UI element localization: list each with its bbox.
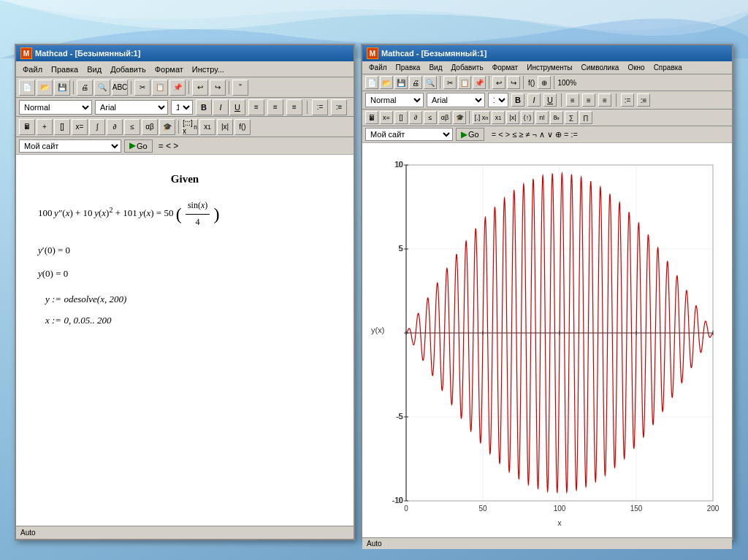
hat-btn-r[interactable]: 🎓 bbox=[453, 111, 466, 124]
tb-redo[interactable]: ↪ bbox=[210, 80, 226, 96]
font-select-left[interactable]: Arial bbox=[95, 100, 168, 115]
xeq-btn[interactable]: x= bbox=[72, 119, 88, 135]
menu-window-right[interactable]: Окно bbox=[624, 63, 648, 72]
bold-btn-right[interactable]: B bbox=[511, 93, 524, 107]
menu-tools-right[interactable]: Инструменты bbox=[523, 63, 576, 72]
tb-insert[interactable]: " bbox=[232, 80, 248, 96]
tb-cut[interactable]: ✂ bbox=[134, 80, 150, 96]
tb-redo-r[interactable]: ↪ bbox=[507, 76, 520, 89]
tb-copy[interactable]: 📋 bbox=[152, 80, 168, 96]
tb-open[interactable]: 📂 bbox=[37, 80, 53, 96]
tb-cut-r[interactable]: ✂ bbox=[443, 76, 457, 89]
align-right-btn[interactable]: ≡ bbox=[286, 99, 302, 115]
site-select-left[interactable]: Мой сайт bbox=[19, 139, 121, 153]
extra2-r[interactable]: 8₉ bbox=[550, 111, 563, 124]
size-select-right[interactable]: 10 bbox=[488, 93, 508, 107]
extra4-r[interactable]: ∏ bbox=[579, 111, 592, 124]
tb-preview-r[interactable]: 🔍 bbox=[424, 76, 437, 89]
align-c-r[interactable]: ≡ bbox=[582, 93, 595, 107]
align-l-r[interactable]: ≡ bbox=[566, 93, 579, 107]
calc-btn-r[interactable]: 🖩 bbox=[365, 111, 378, 124]
sep1 bbox=[73, 81, 74, 94]
deriv-btn-r[interactable]: ∂ bbox=[409, 111, 422, 124]
tb-new-r[interactable]: 📄 bbox=[365, 76, 378, 89]
alpha-btn[interactable]: αβ bbox=[142, 119, 158, 135]
matrix-btn-r[interactable]: [] bbox=[394, 111, 408, 124]
extra1-r[interactable]: n! bbox=[535, 111, 549, 124]
site-select-right[interactable]: Мой сайт bbox=[365, 128, 453, 141]
integral-btn[interactable]: ∫ bbox=[89, 119, 105, 135]
tb-preview[interactable]: 🔍 bbox=[94, 80, 110, 96]
size-select-left[interactable]: 10 bbox=[171, 100, 193, 115]
menu-view-left[interactable]: Вид bbox=[83, 64, 105, 74]
subscript-btn[interactable]: [:::] xn bbox=[182, 119, 198, 135]
num-list-btn[interactable]: :≡ bbox=[331, 99, 347, 115]
extra3-r[interactable]: ∑ bbox=[565, 111, 578, 124]
menu-insert-right[interactable]: Добавить bbox=[447, 63, 486, 72]
bold-btn-left[interactable]: B bbox=[196, 99, 212, 115]
tb-paste-r[interactable]: 📌 bbox=[473, 76, 486, 89]
window-title-right: Mathcad - [Безымянный:1] bbox=[381, 49, 486, 58]
go-button-right[interactable]: ▶ Go bbox=[456, 128, 484, 141]
menu-file-left[interactable]: Файл bbox=[19, 64, 46, 74]
abs-btn[interactable]: |x| bbox=[217, 119, 233, 135]
graph-canvas[interactable] bbox=[370, 150, 728, 530]
superscript-btn[interactable]: x1 bbox=[199, 119, 215, 135]
menu-insert-left[interactable]: Добавить bbox=[107, 64, 150, 74]
func-btn-r[interactable]: (↑) bbox=[521, 111, 534, 124]
align-center-btn[interactable]: ≡ bbox=[267, 99, 283, 115]
menu-tools-left[interactable]: Инстру... bbox=[188, 64, 228, 74]
tb-print[interactable]: 🖨 bbox=[77, 80, 93, 96]
menu-symbolics-right[interactable]: Символика bbox=[578, 63, 623, 72]
menu-edit-right[interactable]: Правка bbox=[392, 63, 424, 72]
tb-paste[interactable]: 📌 bbox=[169, 80, 186, 96]
underline-btn-left[interactable]: U bbox=[229, 99, 245, 115]
italic-btn-right[interactable]: I bbox=[527, 93, 541, 107]
menu-format-right[interactable]: Формат bbox=[489, 63, 522, 72]
list-btn[interactable]: := bbox=[312, 99, 328, 115]
tb-new[interactable]: 📄 bbox=[19, 80, 35, 96]
align-r-r[interactable]: ≡ bbox=[598, 93, 611, 107]
style-select-right[interactable]: Normal bbox=[365, 93, 424, 107]
menu-format-left[interactable]: Формат bbox=[151, 64, 187, 74]
align-left-btn[interactable]: ≡ bbox=[248, 99, 264, 115]
calc-btn[interactable]: 🖩 bbox=[19, 119, 35, 135]
limit-btn-r[interactable]: ≤ bbox=[424, 111, 437, 124]
status-bar-right: Auto bbox=[362, 537, 732, 549]
tb-save[interactable]: 💾 bbox=[54, 80, 70, 96]
worksheet-left[interactable]: Given 100 y″(x) + 10 y(x)2 + 101 y(x) = … bbox=[16, 155, 354, 526]
font-select-right[interactable]: Arial bbox=[427, 93, 485, 107]
list-r[interactable]: := bbox=[621, 93, 634, 107]
abs-btn-r[interactable]: |x| bbox=[506, 111, 519, 124]
matrix-btn[interactable]: [] bbox=[54, 119, 70, 135]
sep3 bbox=[188, 81, 189, 94]
tb-print-r[interactable]: 🖨 bbox=[409, 76, 422, 89]
style-select-left[interactable]: Normal bbox=[19, 100, 92, 115]
limit-btn[interactable]: ≤ bbox=[124, 119, 140, 135]
tb-undo[interactable]: ↩ bbox=[192, 80, 208, 96]
tb-save-r[interactable]: 💾 bbox=[394, 76, 408, 89]
sep5 bbox=[307, 101, 308, 114]
italic-btn-left[interactable]: I bbox=[213, 99, 229, 115]
tb-undo-r[interactable]: ↩ bbox=[492, 76, 505, 89]
nlist-r[interactable]: :≡ bbox=[637, 93, 650, 107]
subscript-btn-r[interactable]: [.] xn bbox=[473, 111, 490, 124]
tb-open-r[interactable]: 📂 bbox=[380, 76, 393, 89]
menu-edit-left[interactable]: Правка bbox=[47, 64, 82, 74]
status-text-right: Auto bbox=[367, 540, 382, 548]
menu-view-right[interactable]: Вид bbox=[425, 63, 446, 72]
go-button-left[interactable]: ▶ Go bbox=[124, 139, 153, 153]
underline-btn-right[interactable]: U bbox=[543, 93, 557, 107]
tb-spell[interactable]: ABC bbox=[112, 80, 128, 96]
tb-copy-r[interactable]: 📋 bbox=[458, 76, 471, 89]
xeq-btn-r[interactable]: x= bbox=[380, 111, 393, 124]
func-btn[interactable]: f() bbox=[234, 119, 251, 135]
alpha-btn-r[interactable]: αβ bbox=[438, 111, 451, 124]
menu-file-right[interactable]: Файл bbox=[365, 63, 391, 72]
deriv-btn[interactable]: ∂ bbox=[107, 119, 123, 135]
graph-btn[interactable]: + bbox=[37, 119, 53, 135]
superscript-btn-r[interactable]: x1 bbox=[492, 111, 505, 124]
menu-help-right[interactable]: Справка bbox=[650, 63, 686, 72]
tb-func-r[interactable]: ⊕ bbox=[538, 76, 551, 89]
hat-btn[interactable]: 🎓 bbox=[159, 119, 175, 135]
